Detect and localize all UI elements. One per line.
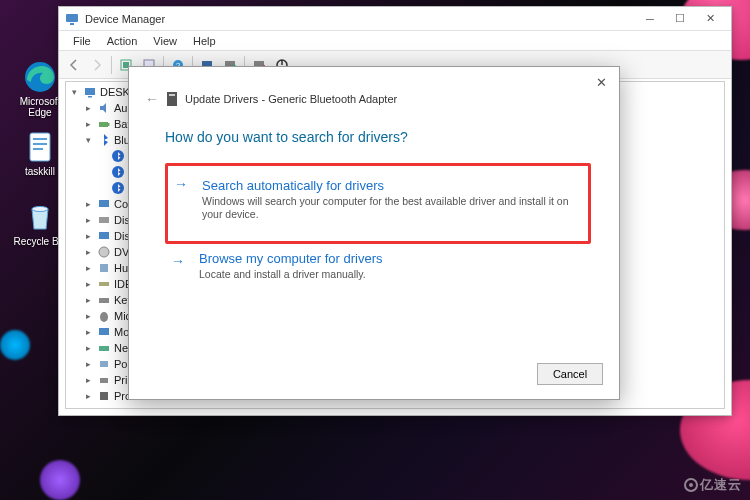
menu-view[interactable]: View: [147, 33, 183, 49]
toolbar-forward-button[interactable]: [86, 54, 108, 76]
svg-rect-24: [108, 123, 110, 126]
device-manager-icon: [65, 12, 79, 26]
svg-rect-39: [100, 378, 108, 383]
svg-point-31: [99, 247, 109, 257]
svg-point-35: [100, 312, 108, 322]
svg-rect-40: [100, 392, 108, 400]
svg-point-5: [32, 207, 48, 212]
svg-rect-41: [100, 408, 108, 409]
document-icon: [23, 130, 57, 164]
cancel-button[interactable]: Cancel: [537, 363, 603, 385]
wallpaper-shape: [0, 330, 30, 360]
minimize-button[interactable]: ─: [635, 8, 665, 30]
menu-action[interactable]: Action: [101, 33, 144, 49]
edge-icon: [23, 60, 57, 94]
option-title: Search automatically for drivers: [202, 178, 582, 193]
option-search-automatically[interactable]: → Search automatically for drivers Windo…: [165, 163, 591, 244]
svg-rect-2: [33, 138, 47, 140]
svg-rect-23: [99, 122, 108, 127]
option-title: Browse my computer for drivers: [199, 251, 585, 266]
toolbar-back-button[interactable]: [63, 54, 85, 76]
svg-rect-38: [100, 361, 108, 367]
menubar: File Action View Help: [59, 31, 731, 51]
recycle-bin-icon: [23, 200, 57, 234]
wallpaper-shape: [40, 460, 80, 500]
dialog-title: Update Drivers - Generic Bluetooth Adapt…: [185, 93, 397, 105]
svg-rect-34: [99, 298, 109, 303]
dialog-back-button[interactable]: ←: [145, 91, 159, 107]
arrow-right-icon: →: [171, 253, 185, 269]
titlebar[interactable]: Device Manager ─ ☐ ✕: [59, 7, 731, 31]
svg-rect-28: [99, 200, 109, 207]
tree-item-software[interactable]: ▸Softw: [68, 404, 722, 409]
svg-rect-7: [70, 23, 74, 25]
svg-rect-32: [100, 264, 108, 272]
driver-icon: [165, 91, 179, 107]
dialog-close-button[interactable]: ✕: [593, 75, 609, 91]
svg-rect-37: [99, 346, 109, 351]
svg-rect-22: [88, 96, 92, 98]
svg-rect-45: [169, 94, 175, 96]
svg-rect-33: [99, 282, 109, 286]
svg-rect-1: [30, 133, 50, 161]
watermark: 亿速云: [684, 476, 742, 494]
update-drivers-dialog: ✕ ← Update Drivers - Generic Bluetooth A…: [128, 66, 620, 400]
option-browse-computer[interactable]: → Browse my computer for drivers Locate …: [165, 243, 591, 289]
option-description: Locate and install a driver manually.: [199, 268, 585, 281]
svg-rect-30: [99, 232, 109, 239]
svg-rect-6: [66, 14, 78, 22]
svg-rect-3: [33, 143, 47, 145]
svg-rect-36: [99, 328, 109, 335]
dialog-header: Update Drivers - Generic Bluetooth Adapt…: [165, 91, 397, 107]
svg-rect-29: [99, 217, 109, 223]
menu-help[interactable]: Help: [187, 33, 222, 49]
close-button[interactable]: ✕: [695, 8, 725, 30]
svg-rect-4: [33, 148, 43, 150]
maximize-button[interactable]: ☐: [665, 8, 695, 30]
window-title: Device Manager: [85, 13, 165, 25]
dialog-question: How do you want to search for drivers?: [165, 129, 408, 145]
svg-rect-21: [85, 88, 95, 95]
option-description: Windows will search your computer for th…: [202, 195, 582, 221]
menu-file[interactable]: File: [67, 33, 97, 49]
arrow-right-icon: →: [174, 176, 188, 192]
